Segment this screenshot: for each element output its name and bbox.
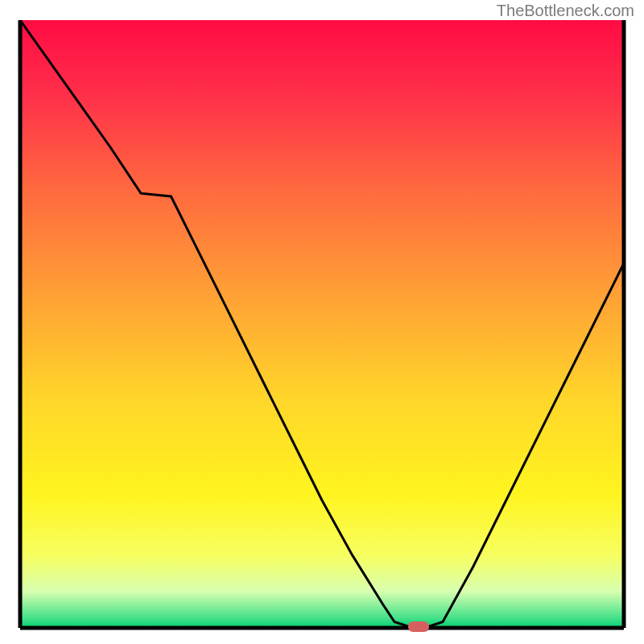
chart-background — [20, 20, 624, 628]
chart-area — [16, 20, 628, 632]
chart-svg — [16, 20, 628, 632]
optimal-marker — [408, 621, 429, 632]
watermark-text: TheBottleneck.com — [497, 2, 634, 20]
chart-container: TheBottleneck.com — [0, 0, 644, 644]
